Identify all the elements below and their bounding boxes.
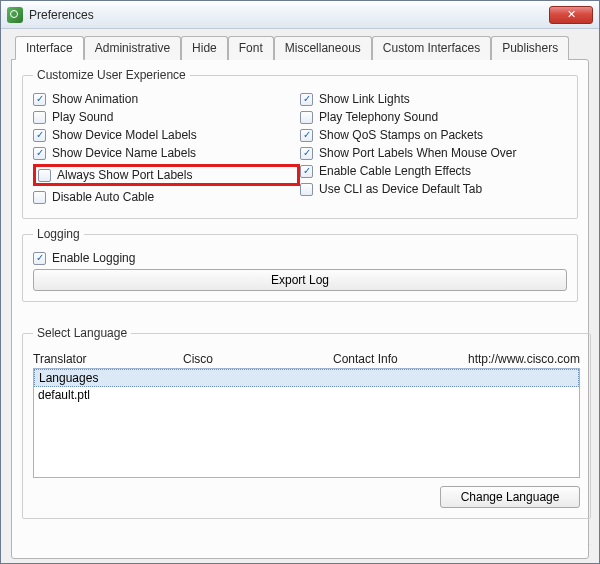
checkbox-icon	[33, 252, 46, 265]
titlebar: Preferences ✕	[1, 1, 599, 29]
header-cisco: Cisco	[183, 352, 333, 366]
checkbox-show-device-model-labels[interactable]: Show Device Model Labels	[33, 128, 300, 142]
checkbox-enable-cable-length-effects[interactable]: Enable Cable Length Effects	[300, 164, 567, 178]
checkbox-icon	[300, 165, 313, 178]
checkbox-enable-logging[interactable]: Enable Logging	[33, 251, 567, 265]
tab-publishers[interactable]: Publishers	[491, 36, 569, 60]
content-area: Interface Administrative Hide Font Misce…	[1, 29, 599, 563]
tab-font[interactable]: Font	[228, 36, 274, 60]
checkbox-label: Show Device Name Labels	[52, 146, 196, 160]
checkbox-label: Show Device Model Labels	[52, 128, 197, 142]
checkbox-label: Show Port Labels When Mouse Over	[319, 146, 516, 160]
header-translator: Translator	[33, 352, 183, 366]
language-header-row: Translator Cisco Contact Info http://www…	[33, 352, 580, 366]
checkbox-icon	[300, 183, 313, 196]
group-language: Select Language Translator Cisco Contact…	[22, 326, 591, 519]
checkbox-label: Enable Cable Length Effects	[319, 164, 471, 178]
tab-custom-interfaces[interactable]: Custom Interfaces	[372, 36, 491, 60]
checkbox-label: Show QoS Stamps on Packets	[319, 128, 483, 142]
checkbox-label: Play Sound	[52, 110, 113, 124]
tab-administrative[interactable]: Administrative	[84, 36, 181, 60]
group-customize: Customize User Experience Show Animation…	[22, 68, 578, 219]
checkbox-show-device-name-labels[interactable]: Show Device Name Labels	[33, 146, 300, 160]
tab-panel: Customize User Experience Show Animation…	[11, 59, 589, 559]
checkbox-icon	[300, 129, 313, 142]
export-log-button[interactable]: Export Log	[33, 269, 567, 291]
tabstrip: Interface Administrative Hide Font Misce…	[15, 36, 589, 60]
list-item[interactable]: default.ptl	[34, 387, 579, 403]
checkbox-show-link-lights[interactable]: Show Link Lights	[300, 92, 567, 106]
checkbox-icon	[300, 147, 313, 160]
group-customize-title: Customize User Experience	[33, 68, 190, 82]
group-logging: Logging Enable Logging Export Log	[22, 227, 578, 302]
language-listbox[interactable]: Languagesdefault.ptl	[33, 368, 580, 478]
checkbox-show-animation[interactable]: Show Animation	[33, 92, 300, 106]
checkbox-label: Play Telephony Sound	[319, 110, 438, 124]
checkbox-icon	[33, 147, 46, 160]
tab-miscellaneous[interactable]: Miscellaneous	[274, 36, 372, 60]
checkbox-icon	[300, 93, 313, 106]
checkbox-play-telephony-sound[interactable]: Play Telephony Sound	[300, 110, 567, 124]
checkbox-label: Show Animation	[52, 92, 138, 106]
checkbox-icon	[33, 129, 46, 142]
checkbox-show-port-labels-when-mouse-over[interactable]: Show Port Labels When Mouse Over	[300, 146, 567, 160]
checkbox-icon	[38, 169, 51, 182]
preferences-window: Preferences ✕ Interface Administrative H…	[0, 0, 600, 564]
checkbox-always-show-port-labels[interactable]: Always Show Port Labels	[33, 164, 300, 186]
tab-interface[interactable]: Interface	[15, 36, 84, 60]
header-url: http://www.cisco.com	[468, 352, 580, 366]
app-icon	[7, 7, 23, 23]
list-item[interactable]: Languages	[34, 369, 579, 387]
window-title: Preferences	[29, 8, 549, 22]
group-logging-title: Logging	[33, 227, 84, 241]
checkbox-icon	[33, 191, 46, 204]
checkbox-disable-auto-cable[interactable]: Disable Auto Cable	[33, 190, 300, 204]
checkbox-use-cli-as-device-default-tab[interactable]: Use CLI as Device Default Tab	[300, 182, 567, 196]
checkbox-label: Show Link Lights	[319, 92, 410, 106]
checkbox-icon	[33, 111, 46, 124]
close-button[interactable]: ✕	[549, 6, 593, 24]
checkbox-show-qos-stamps-on-packets[interactable]: Show QoS Stamps on Packets	[300, 128, 567, 142]
change-language-button[interactable]: Change Language	[440, 486, 580, 508]
header-contact: Contact Info	[333, 352, 468, 366]
checkbox-label: Use CLI as Device Default Tab	[319, 182, 482, 196]
checkbox-icon	[33, 93, 46, 106]
checkbox-play-sound[interactable]: Play Sound	[33, 110, 300, 124]
checkbox-label: Enable Logging	[52, 251, 135, 265]
checkbox-label: Always Show Port Labels	[57, 168, 192, 182]
tab-hide[interactable]: Hide	[181, 36, 228, 60]
group-language-title: Select Language	[33, 326, 131, 340]
checkbox-label: Disable Auto Cable	[52, 190, 154, 204]
checkbox-icon	[300, 111, 313, 124]
